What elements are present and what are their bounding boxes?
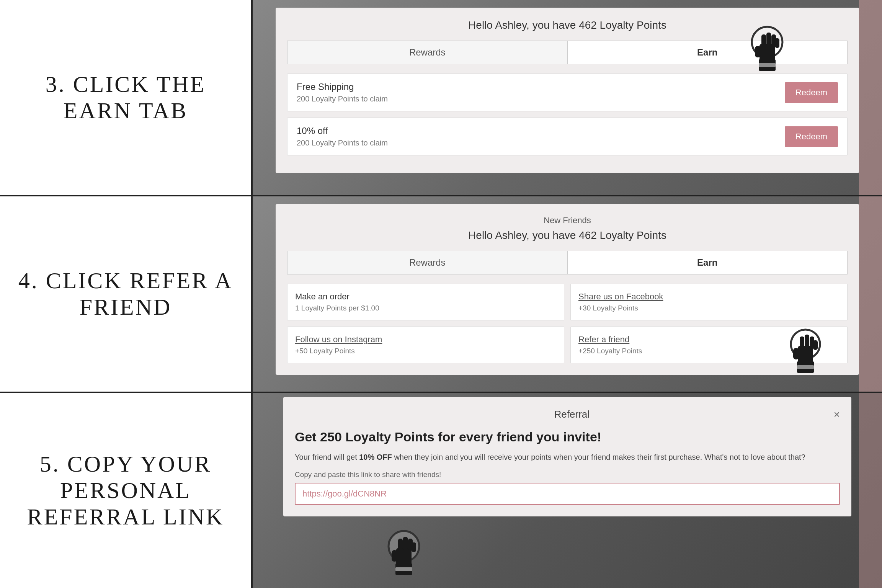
reward-free-shipping-title: Free Shipping: [297, 82, 388, 92]
close-button[interactable]: ×: [834, 408, 840, 421]
left-panel-1: 3. CLICK THE EARN TAB: [0, 0, 253, 195]
tabs-1: Rewards Earn: [287, 41, 848, 64]
modal-title: Referral: [310, 408, 834, 420]
right-panel-3: Referral × Get 250 Loyalty Points for ev…: [253, 393, 882, 588]
reward-free-shipping-subtitle: 200 Loyalty Points to claim: [297, 95, 388, 103]
earn-facebook[interactable]: Share us on Facebook +30 Loyalty Points: [570, 284, 848, 320]
step-3-title: 5. COPY YOUR PERSONAL REFERRAL LINK: [15, 451, 236, 530]
left-panel-2: 4. CLICK REFER A FRIEND: [0, 196, 253, 391]
row-1: 3. CLICK THE EARN TAB Hello Ashley, you …: [0, 0, 882, 196]
reward-10off: 10% off 200 Loyalty Points to claim Rede…: [287, 118, 848, 155]
greeting-2: Hello Ashley, you have 462 Loyalty Point…: [287, 229, 848, 242]
sub-label-2: New Friends: [287, 216, 848, 225]
modal-header: Referral ×: [295, 408, 840, 421]
earn-refer-friend-subtitle: +250 Loyalty Points: [578, 347, 840, 355]
right-panel-1: Hello Ashley, you have 462 Loyalty Point…: [253, 0, 882, 195]
earn-make-order-title: Make an order: [295, 292, 556, 302]
rewards-widget-1: Hello Ashley, you have 462 Loyalty Point…: [276, 8, 859, 173]
body-text-after: when they join and you will receive your…: [392, 453, 805, 461]
instagram-link[interactable]: Follow us on Instagram: [295, 335, 556, 345]
tab-rewards-2[interactable]: Rewards: [287, 251, 568, 274]
reward-free-shipping-info: Free Shipping 200 Loyalty Points to clai…: [297, 82, 388, 103]
earn-make-order: Make an order 1 Loyalty Points per $1.00: [287, 284, 564, 320]
referral-modal: Referral × Get 250 Loyalty Points for ev…: [283, 397, 851, 516]
earn-grid: Make an order 1 Loyalty Points per $1.00…: [287, 284, 848, 363]
reward-free-shipping: Free Shipping 200 Loyalty Points to clai…: [287, 74, 848, 111]
earn-refer-friend[interactable]: Refer a friend +250 Loyalty Points: [570, 327, 848, 363]
redeem-free-shipping-button[interactable]: Redeem: [785, 82, 838, 103]
redeem-10off-button[interactable]: Redeem: [785, 126, 838, 147]
facebook-link[interactable]: Share us on Facebook: [578, 292, 840, 302]
earn-instagram[interactable]: Follow us on Instagram +50 Loyalty Point…: [287, 327, 564, 363]
left-panel-3: 5. COPY YOUR PERSONAL REFERRAL LINK: [0, 393, 253, 588]
refer-friend-link[interactable]: Refer a friend: [578, 335, 840, 345]
row-3: 5. COPY YOUR PERSONAL REFERRAL LINK Refe…: [0, 393, 882, 588]
reward-10off-info: 10% off 200 Loyalty Points to claim: [297, 126, 388, 147]
tab-earn-1[interactable]: Earn: [568, 41, 848, 64]
body-text-bold: 10% OFF: [359, 453, 392, 461]
referral-heading: Get 250 Loyalty Points for every friend …: [295, 428, 840, 445]
earn-facebook-subtitle: +30 Loyalty Points: [578, 304, 840, 312]
copy-label: Copy and paste this link to share with f…: [295, 470, 840, 479]
row-2: 4. CLICK REFER A FRIEND New Friends Hell…: [0, 196, 882, 393]
reward-10off-subtitle: 200 Loyalty Points to claim: [297, 139, 388, 147]
body-text-before: Your friend will get: [295, 453, 359, 461]
tab-earn-2[interactable]: Earn: [568, 251, 848, 274]
tab-rewards-1[interactable]: Rewards: [287, 41, 568, 64]
right-panel-2: New Friends Hello Ashley, you have 462 L…: [253, 196, 882, 391]
reward-10off-title: 10% off: [297, 126, 388, 136]
greeting-1: Hello Ashley, you have 462 Loyalty Point…: [287, 19, 848, 31]
step-2-title: 4. CLICK REFER A FRIEND: [15, 268, 236, 320]
rewards-widget-2: New Friends Hello Ashley, you have 462 L…: [276, 204, 859, 375]
earn-instagram-subtitle: +50 Loyalty Points: [295, 347, 556, 355]
earn-make-order-subtitle: 1 Loyalty Points per $1.00: [295, 304, 556, 312]
tabs-2: Rewards Earn: [287, 251, 848, 274]
step-1-title: 3. CLICK THE EARN TAB: [15, 71, 236, 124]
referral-body-text: Your friend will get 10% OFF when they j…: [295, 451, 840, 463]
referral-link-input[interactable]: [295, 483, 840, 505]
